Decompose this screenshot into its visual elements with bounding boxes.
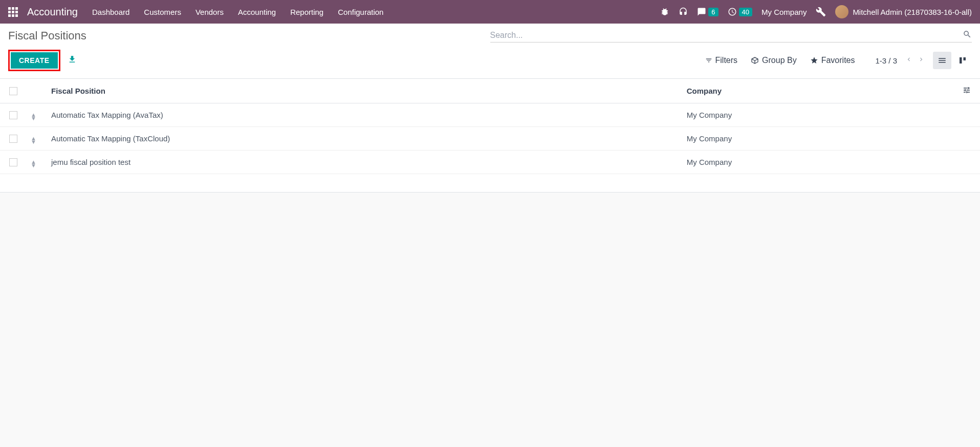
tools-icon[interactable] [816,7,826,17]
cp-bottom-center: Filters Group By Favorites [705,56,855,65]
activities-icon[interactable]: 40 [728,7,752,16]
pager[interactable]: 1-3 / 3 [875,56,897,65]
cell-name: jemu fiscal position test [46,151,682,174]
pager-arrows [904,55,926,66]
navbar-left: Accounting Dashboard Customers Vendors A… [8,6,383,18]
view-switcher [933,52,972,69]
menu-reporting[interactable]: Reporting [290,8,323,16]
row-checkbox[interactable] [9,111,17,119]
nav-menu: Dashboard Customers Vendors Accounting R… [92,8,383,16]
create-button[interactable]: CREATE [11,52,58,69]
cell-company: My Company [682,151,954,174]
table-container: Fiscal Position Company ▲▼ Automatic Tax… [0,79,980,193]
cell-company: My Company [682,127,954,151]
filters-label: Filters [715,56,738,65]
cp-bottom-right: 1-3 / 3 [875,52,972,69]
company-selector[interactable]: My Company [761,8,807,16]
search-icon[interactable] [963,30,972,41]
select-all-checkbox[interactable] [9,87,17,95]
groupby-label: Group By [762,56,797,65]
menu-customers[interactable]: Customers [144,8,181,16]
user-name: Mitchell Admin (21870383-16-0-all) [853,8,972,16]
activities-badge: 40 [739,8,752,16]
filters-button[interactable]: Filters [705,56,738,65]
debug-icon[interactable] [660,7,669,16]
breadcrumb: Fiscal Positions [8,29,86,42]
support-icon[interactable] [679,7,688,16]
spacer-row [0,174,980,193]
row-checkbox[interactable] [9,135,17,143]
menu-vendors[interactable]: Vendors [195,8,224,16]
pager-next-icon[interactable] [917,55,926,66]
menu-accounting[interactable]: Accounting [238,8,276,16]
col-fiscal-position[interactable]: Fiscal Position [46,79,682,103]
drag-handle-icon[interactable]: ▲▼ [31,160,36,167]
table-row[interactable]: ▲▼ jemu fiscal position test My Company [0,151,980,174]
list-view-icon[interactable] [933,52,951,69]
cp-bottom-left: CREATE [8,50,77,71]
navbar-right: 6 40 My Company Mitchell Admin (21870383… [660,5,972,18]
menu-dashboard[interactable]: Dashboard [92,8,129,16]
cell-name: Automatic Tax Mapping (AvaTax) [46,103,682,127]
groupby-button[interactable]: Group By [751,56,797,65]
apps-icon[interactable] [8,7,18,17]
table-row[interactable]: ▲▼ Automatic Tax Mapping (AvaTax) My Com… [0,103,980,127]
control-panel-top: Fiscal Positions [8,29,972,42]
kanban-view-icon[interactable] [953,52,972,69]
messages-badge: 6 [708,8,718,16]
row-checkbox[interactable] [9,158,17,166]
control-panel: Fiscal Positions CREATE Filters Group B [0,24,980,79]
favorites-button[interactable]: Favorites [810,56,855,65]
control-panel-bottom: CREATE Filters Group By Favorites 1-3 / … [8,50,972,71]
drag-handle-icon[interactable]: ▲▼ [31,137,36,144]
table-row[interactable]: ▲▼ Automatic Tax Mapping (TaxCloud) My C… [0,127,980,151]
app-name[interactable]: Accounting [27,6,78,18]
search-area [490,29,972,42]
cell-name: Automatic Tax Mapping (TaxCloud) [46,127,682,151]
main-navbar: Accounting Dashboard Customers Vendors A… [0,0,980,24]
user-menu[interactable]: Mitchell Admin (21870383-16-0-all) [835,5,972,18]
cell-company: My Company [682,103,954,127]
pager-prev-icon[interactable] [904,55,913,66]
favorites-label: Favorites [821,56,855,65]
fiscal-positions-table: Fiscal Position Company ▲▼ Automatic Tax… [0,79,980,193]
menu-configuration[interactable]: Configuration [338,8,383,16]
search-input[interactable] [490,29,963,42]
download-icon[interactable] [68,55,77,66]
col-company[interactable]: Company [682,79,954,103]
messages-icon[interactable]: 6 [697,7,718,16]
columns-settings-icon[interactable] [963,87,971,96]
create-highlight: CREATE [8,50,60,71]
avatar [835,5,848,18]
drag-handle-icon[interactable]: ▲▼ [31,113,36,120]
